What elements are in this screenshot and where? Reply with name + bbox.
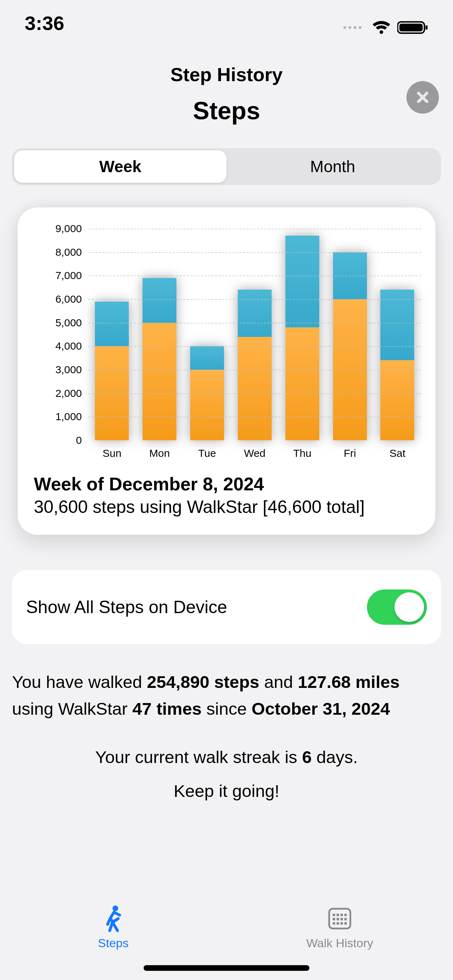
page-subtitle: Steps [0,97,453,125]
chart-bar-segment-other [95,302,129,347]
switch-knob [394,592,424,622]
wifi-icon [372,21,391,35]
chart-plot [88,229,421,440]
chart-y-tick: 1,000 [32,410,82,423]
header: Step History Steps [0,64,453,125]
svg-rect-13 [333,922,335,924]
chart-bar-slot [235,290,274,440]
svg-point-3 [113,905,118,911]
show-all-steps-label: Show All Steps on Device [26,597,227,617]
chart-bar-segment-walkstar [285,328,319,440]
status-time: 3:36 [25,12,64,35]
chart-bar-segment-other [190,346,224,370]
chart-bar-segment-walkstar [380,360,414,440]
stats-text: and [259,672,298,691]
chart-bar-segment-other [238,290,272,337]
close-button[interactable] [407,81,439,114]
tab-week[interactable]: Week [14,150,227,183]
chart-card: 01,0002,0003,0004,0005,0006,0007,0008,00… [17,207,436,535]
encouragement-line: Keep it going! [0,781,453,801]
chart-bar-segment-other [285,235,319,328]
svg-rect-5 [333,914,335,916]
stats-text: You have walked [12,672,147,691]
chart-bar-segment-other [143,278,176,323]
stats-since: October 31, 2024 [251,699,390,718]
chart-x-tick: Wed [235,447,274,459]
chart-gridline [88,346,421,347]
chart-bar-slot [92,302,131,440]
chart-gridline [88,393,421,394]
svg-rect-16 [344,922,347,924]
chart-title: Week of December 8, 2024 [32,473,421,495]
chart-y-tick: 0 [32,434,82,446]
svg-rect-4 [329,909,350,929]
streak-line: Your current walk streak is 6 days. [0,747,453,767]
chart-y-tick: 9,000 [32,223,82,235]
walker-icon [99,905,127,933]
show-all-steps-row: Show All Steps on Device [12,570,441,644]
streak-text: days. [312,748,358,767]
chart-bar-segment-other [380,290,414,360]
calendar-grid-icon [326,905,354,933]
chart-y-tick: 4,000 [32,340,82,352]
chart-y-tick: 5,000 [32,317,82,329]
chart-bars [88,229,421,440]
chart-y-tick: 8,000 [32,246,82,258]
status-bar: 3:36 •••• [0,0,453,39]
chart-x-tick: Thu [283,447,322,459]
page-title: Step History [0,64,453,85]
stats-times: 47 times [132,699,202,718]
chart-x-tick: Tue [188,447,227,459]
chart-bar-slot [140,278,179,440]
streak-text: Your current walk streak is [95,748,302,767]
chart-bar-segment-walkstar [238,337,272,440]
stats-text: since [202,699,251,718]
stats-miles: 127.68 miles [298,672,400,691]
home-indicator[interactable] [144,965,309,971]
svg-rect-11 [340,918,343,920]
chart-gridline [88,299,421,300]
chart-gridline [88,370,421,371]
chart-gridline [88,275,421,276]
tab-month[interactable]: Month [227,150,439,183]
show-all-steps-switch[interactable] [367,589,427,625]
chart-area: 01,0002,0003,0004,0005,0006,0007,0008,00… [32,229,421,440]
svg-rect-14 [337,922,339,924]
chart-gridline [88,323,421,323]
chart-y-tick: 2,000 [32,387,82,399]
chart-gridline [88,252,421,253]
chart-bar-segment-walkstar [143,323,176,440]
tab-walk-history-label: Walk History [306,936,373,950]
chart-bar-segment-walkstar [190,370,224,440]
svg-rect-6 [337,914,339,916]
streak-count: 6 [302,748,312,767]
svg-rect-12 [344,918,347,920]
chart-x-axis: SunMonTueWedThuFriSat [88,447,421,459]
chart-y-tick: 7,000 [32,269,82,282]
cellular-dots-icon: •••• [343,22,363,33]
svg-rect-1 [399,24,423,32]
close-icon [416,90,430,104]
chart-bar [380,290,414,440]
chart-bar [143,278,176,440]
svg-rect-2 [426,25,428,30]
svg-rect-8 [344,914,347,916]
chart-bar [238,290,272,440]
battery-icon [397,21,428,35]
chart-bar-slot [378,290,416,440]
stats-steps: 254,890 steps [147,672,259,691]
svg-rect-10 [337,918,339,920]
chart-x-tick: Mon [140,447,179,459]
bottom-tab-bar: Steps Walk History [0,899,453,980]
svg-rect-9 [333,918,335,920]
range-segmented-control: Week Month [12,148,441,185]
chart-gridline [88,417,421,417]
chart-gridline [88,229,421,229]
tab-steps-label: Steps [98,936,129,950]
chart-summary: 30,600 steps using WalkStar [46,600 tota… [32,497,421,517]
chart-y-tick: 3,000 [32,364,82,376]
chart-y-axis: 01,0002,0003,0004,0005,0006,0007,0008,00… [32,229,88,440]
svg-rect-7 [340,914,343,916]
chart-bar [95,302,129,440]
chart-bar-slot [283,235,322,440]
